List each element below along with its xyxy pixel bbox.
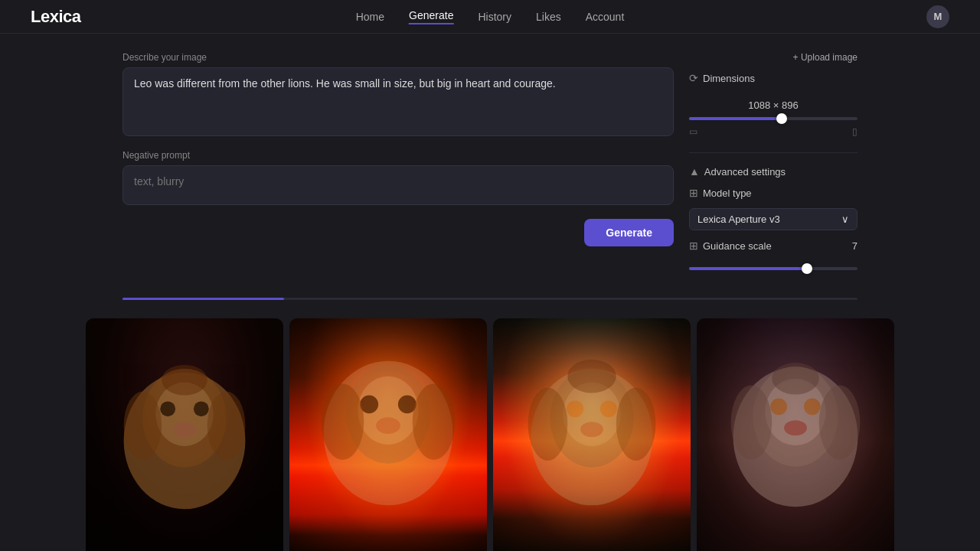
left-panel: Describe your image Leo was different fr… — [122, 52, 674, 276]
svg-point-3 — [160, 401, 175, 416]
svg-point-16 — [413, 384, 456, 460]
svg-point-14 — [376, 417, 400, 434]
dimensions-slider-thumb[interactable] — [776, 113, 787, 124]
svg-point-6 — [124, 392, 162, 460]
dimensions-section: ⟳ Dimensions — [689, 72, 858, 84]
image-card-3[interactable] — [493, 318, 691, 551]
image-card-4[interactable] — [697, 318, 894, 551]
guidance-label: Guidance scale — [703, 240, 772, 252]
model-value: Lexica Aperture v3 — [697, 214, 780, 225]
dimensions-label: Dimensions — [703, 73, 755, 84]
progress-container — [0, 298, 980, 300]
svg-point-22 — [580, 422, 603, 437]
generate-button[interactable]: Generate — [584, 219, 674, 246]
right-panel: + Upload image ⟳ Dimensions 1088 × 896 ▭… — [689, 52, 858, 276]
main-content: Describe your image Leo was different fr… — [0, 34, 980, 276]
image-card-1[interactable] — [86, 318, 283, 551]
prompt-textarea[interactable]: Leo was different from the other lions. … — [122, 67, 674, 136]
image-grid — [0, 318, 980, 551]
svg-point-4 — [194, 401, 209, 416]
avatar[interactable]: M — [926, 5, 949, 28]
negative-prompt-textarea[interactable] — [122, 165, 674, 205]
prompt-section: Describe your image Leo was different fr… — [122, 52, 674, 139]
dimensions-icon-portrait: ▯ — [852, 126, 858, 137]
navbar: Lexica Home Generate History Likes Accou… — [0, 0, 980, 34]
svg-point-33 — [819, 386, 861, 460]
dimensions-slider-fill — [689, 117, 782, 120]
svg-point-30 — [804, 398, 821, 415]
guidance-value: 7 — [852, 240, 858, 252]
nav-generate[interactable]: Generate — [409, 9, 453, 24]
negative-prompt-section: Negative prompt — [122, 150, 674, 208]
model-icon: ⊞ — [689, 187, 698, 199]
advanced-icon: ▲ — [689, 165, 700, 178]
dimensions-icon: ⟳ — [689, 72, 698, 84]
model-type-section: ⊞ Model type — [689, 187, 858, 199]
svg-point-5 — [173, 422, 196, 437]
svg-point-34 — [772, 363, 819, 395]
nav-home[interactable]: Home — [356, 11, 384, 23]
svg-point-31 — [784, 420, 807, 435]
svg-point-15 — [322, 384, 364, 460]
svg-point-24 — [616, 388, 656, 461]
logo: Lexica — [31, 7, 81, 27]
guidance-slider-track[interactable] — [689, 267, 858, 270]
svg-point-20 — [567, 400, 583, 417]
progress-track — [122, 298, 858, 300]
guidance-slider-fill — [689, 267, 807, 270]
upload-button[interactable]: + Upload image — [793, 52, 858, 63]
nav-likes[interactable]: Likes — [536, 11, 561, 23]
chevron-down-icon: ∨ — [841, 214, 849, 225]
svg-point-8 — [162, 365, 207, 396]
nav-account[interactable]: Account — [586, 11, 625, 23]
model-select[interactable]: Lexica Aperture v3 ∨ — [689, 208, 858, 230]
advanced-row: ▲ Advanced settings — [689, 165, 858, 178]
guidance-row: ⊞ Guidance scale 7 — [689, 240, 858, 252]
svg-point-29 — [770, 398, 787, 415]
image-card-2[interactable] — [289, 318, 487, 551]
svg-point-32 — [731, 386, 773, 460]
dimension-value: 1088 × 896 — [689, 99, 858, 111]
svg-point-23 — [528, 388, 568, 461]
guidance-icon: ⊞ — [689, 240, 698, 252]
divider-1 — [689, 152, 858, 153]
advanced-section-header: ▲ Advanced settings — [689, 165, 786, 178]
generate-row: Generate — [122, 219, 674, 246]
svg-point-21 — [600, 400, 617, 417]
negative-prompt-label: Negative prompt — [122, 150, 674, 161]
guidance-slider-thumb[interactable] — [802, 263, 812, 274]
upload-row: + Upload image — [689, 52, 858, 63]
dimensions-slider-track[interactable] — [689, 117, 858, 120]
svg-point-25 — [567, 360, 616, 393]
nav-history[interactable]: History — [478, 11, 511, 23]
prompt-label: Describe your image — [122, 52, 674, 63]
model-type-label: Model type — [703, 187, 752, 199]
svg-point-7 — [207, 392, 246, 460]
advanced-label: Advanced settings — [704, 166, 786, 178]
dimensions-slider-container: 1088 × 896 ▭ ▯ — [689, 93, 858, 140]
nav-links: Home Generate History Likes Account — [356, 9, 625, 24]
progress-fill — [122, 298, 284, 300]
dimensions-icon-landscape: ▭ — [689, 126, 697, 137]
